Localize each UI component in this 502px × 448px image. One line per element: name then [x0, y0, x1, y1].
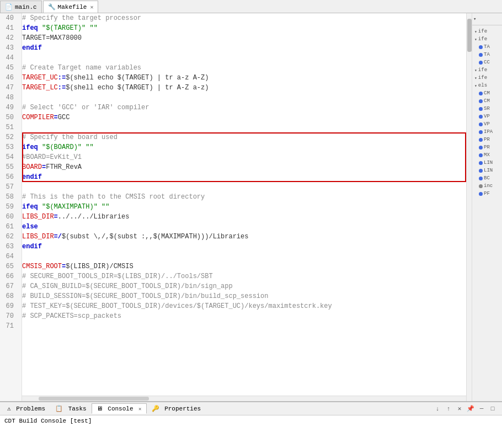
right-panel-item-ife4[interactable]: ▾ife [473, 74, 501, 82]
right-panel-item-cm2[interactable]: CM [473, 97, 501, 105]
table-row[interactable]: TARGET=MAX78000 [22, 33, 466, 43]
rp-item-label: PF [484, 191, 490, 196]
maximize-icon[interactable]: □ [488, 404, 498, 414]
blue-dot-icon [479, 115, 483, 119]
vscroll-thumb[interactable] [467, 19, 472, 52]
table-row[interactable] [22, 321, 466, 331]
right-panel-item-lin1[interactable]: LIN [473, 159, 501, 167]
rp-item-label: VP [484, 114, 490, 119]
table-row[interactable] [22, 53, 466, 63]
table-row[interactable]: LIBS_DIR=../../../Libraries [22, 212, 466, 222]
right-panel-item-ipa1[interactable]: IPA [473, 128, 501, 136]
table-row[interactable]: TARGET_LC:=$(shell echo $(TARGET) | tr A… [22, 83, 466, 93]
table-row[interactable]: # Specify the target processor [22, 13, 466, 23]
console-close-icon[interactable]: ✕ [138, 407, 141, 412]
table-row[interactable]: # This is the path to the CMSIS root dir… [22, 192, 466, 202]
right-panel-item-els1[interactable]: ▾els [473, 82, 501, 89]
table-row[interactable]: BOARD=FTHR_RevA [22, 162, 466, 172]
horizontal-scrollbar[interactable] [22, 396, 466, 401]
pin-icon[interactable]: 📌 [466, 404, 476, 414]
table-row[interactable]: #BOARD=EvKit_V1 [22, 152, 466, 162]
vertical-scrollbar[interactable] [466, 13, 472, 401]
right-panel-item-pr1[interactable]: PR [473, 136, 501, 143]
table-row[interactable]: LIBS_DIR=/$(subst \,/,$(subst :,,$(MAXIM… [22, 232, 466, 242]
clear-icon[interactable]: ✕ [455, 404, 464, 414]
table-row[interactable] [22, 252, 466, 262]
tab-close-icon[interactable]: ✕ [90, 4, 93, 10]
table-row[interactable]: CMSIS_ROOT=$(LIBS_DIR)/CMSIS [22, 262, 466, 271]
code-area[interactable]: # Specify the target processorifeq "$(TA… [22, 13, 466, 396]
blue-dot-icon [479, 53, 483, 57]
blue-dot-icon [479, 92, 483, 95]
table-row[interactable] [22, 122, 466, 132]
gray-dot-icon [479, 184, 483, 188]
blue-dot-icon [479, 99, 483, 103]
right-panel-item-vp1[interactable]: VP [473, 113, 501, 120]
rp-item-label: els [478, 83, 487, 88]
chevron-icon: ▾ [474, 29, 477, 34]
right-panel-item-sr1[interactable]: SR [473, 105, 501, 113]
rp-item-label: BC [484, 175, 490, 181]
right-panel-item-cm1[interactable]: CM [473, 89, 501, 97]
rp-item-label: ife [478, 67, 487, 73]
tab-tasks[interactable]: 📋 Tasks [50, 403, 92, 414]
scroll-down-icon[interactable]: ↓ [432, 404, 442, 414]
right-panel-item-inc1[interactable]: inc [473, 182, 501, 190]
rp-item-label: LIN [484, 160, 493, 166]
blue-dot-icon [479, 122, 483, 126]
table-row[interactable]: else [22, 222, 466, 232]
right-panel-item-ta2[interactable]: TA [473, 51, 501, 58]
right-panel-item-lin2[interactable]: LIN [473, 167, 501, 174]
table-row[interactable] [22, 182, 466, 192]
blue-dot-icon [479, 138, 483, 142]
table-row[interactable]: endif [22, 43, 466, 53]
table-row[interactable]: endif [22, 172, 466, 182]
table-row[interactable]: ifeq "$(BOARD)" "" [22, 142, 466, 152]
table-row[interactable]: endif [22, 242, 466, 252]
content-area: 4041424344454647484950515253545556575859… [0, 13, 502, 401]
minimize-icon[interactable]: ─ [477, 404, 487, 414]
chevron-icon: ▾ [474, 37, 477, 42]
right-panel-item-ife2[interactable]: ▾ife [473, 35, 501, 43]
rp-item-label: CC [484, 60, 490, 65]
table-row[interactable]: # CA_SIGN_BUILD=$(SECURE_BOOT_TOOLS_DIR)… [22, 281, 466, 291]
right-panel-item-vp2[interactable]: VP [473, 120, 501, 128]
tab-console-icon: 🖥 [97, 406, 103, 412]
right-panel-item-mx1[interactable]: MX [473, 151, 501, 159]
scroll-up-icon[interactable]: ↑ [444, 404, 453, 414]
right-panel-item-ta1[interactable]: TA [473, 43, 501, 51]
blue-dot-icon [479, 169, 483, 173]
blue-dot-icon [479, 161, 483, 165]
right-panel-item-cc1[interactable]: CC [473, 58, 501, 66]
tab-tasks-label: Tasks [68, 406, 87, 412]
right-panel: ▾ ▾ife▾ifeTATACC▾ife▾ife▾elsCMCMSRVPVPIP… [472, 13, 502, 401]
right-panel-item-pr2[interactable]: PR [473, 143, 501, 151]
tab-main-c[interactable]: 📄 main.c [0, 1, 42, 13]
rp-item-label: ife [478, 75, 487, 81]
table-row[interactable]: ifeq "$(TARGET)" "" [22, 23, 466, 33]
tab-problems[interactable]: ⚠ Problems [2, 403, 50, 414]
table-row[interactable]: ifeq "$(MAXIMPATH)" "" [22, 202, 466, 212]
right-panel-item-ife1[interactable]: ▾ife [473, 28, 501, 35]
right-panel-item-bc1[interactable]: BC [473, 174, 501, 182]
table-row[interactable]: # Select 'GCC' or 'IAR' compiler [22, 103, 466, 113]
hscroll-thumb[interactable] [39, 397, 149, 401]
table-row[interactable]: # TEST_KEY=$(SECURE_BOOT_TOOLS_DIR)/devi… [22, 301, 466, 311]
rp-item-label: LIN [484, 168, 493, 173]
table-row[interactable]: # Create Target name variables [22, 63, 466, 73]
blue-dot-icon [479, 61, 483, 65]
right-panel-item-ife3[interactable]: ▾ife [473, 66, 501, 74]
table-row[interactable]: # SECURE_BOOT_TOOLS_DIR=$(LIBS_DIR)/../T… [22, 271, 466, 281]
tab-console[interactable]: 🖥 Console ✕ [92, 403, 147, 414]
tab-makefile-label: Makefile [58, 4, 87, 10]
right-panel-item-pf1[interactable]: PF [473, 190, 501, 198]
tab-makefile[interactable]: 🔧 Makefile ✕ [43, 1, 99, 13]
table-row[interactable]: # SCP_PACKETS=scp_packets [22, 311, 466, 321]
tab-properties[interactable]: 🔑 Properties [147, 403, 206, 414]
tab-console-label: Console [108, 406, 133, 412]
table-row[interactable] [22, 93, 466, 103]
table-row[interactable]: COMPILER=GCC [22, 113, 466, 122]
table-row[interactable]: # Specify the board used [22, 132, 466, 142]
table-row[interactable]: # BUILD_SESSION=$(SECURE_BOOT_TOOLS_DIR)… [22, 291, 466, 301]
table-row[interactable]: TARGET_UC:=$(shell echo $(TARGET) | tr a… [22, 73, 466, 83]
